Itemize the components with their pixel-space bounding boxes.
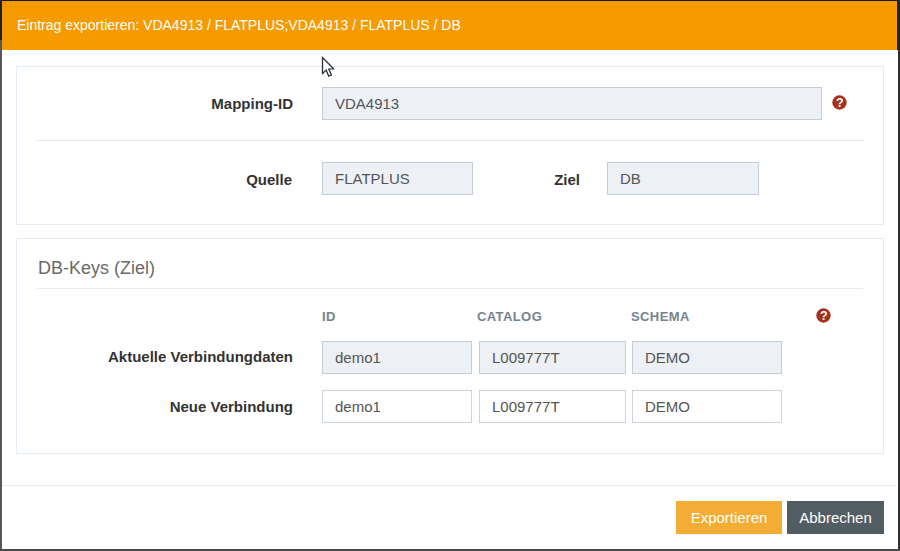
svg-text:?: ? xyxy=(820,309,828,323)
svg-text:?: ? xyxy=(836,96,844,110)
